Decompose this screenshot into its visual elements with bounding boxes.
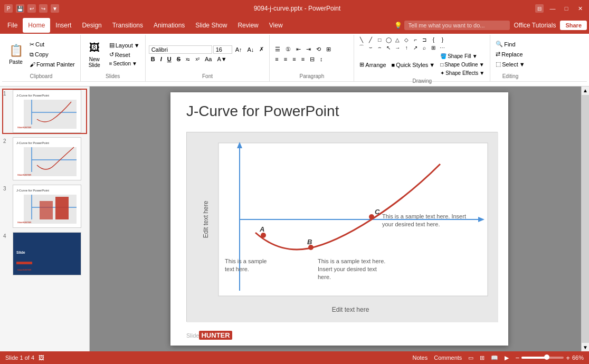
- undo-icon[interactable]: ↩: [27, 4, 36, 13]
- slide-title[interactable]: J-Curve for PowerPoint: [186, 103, 339, 120]
- decrease-font-button[interactable]: A↓: [245, 45, 256, 54]
- minimize-button[interactable]: —: [548, 4, 557, 13]
- save-icon[interactable]: 💾: [16, 4, 24, 13]
- maximize-button[interactable]: □: [562, 4, 571, 13]
- view-normal-icon[interactable]: ▭: [468, 355, 473, 361]
- superscript-button[interactable]: x²: [193, 55, 202, 63]
- shape-cell[interactable]: ⌐: [411, 36, 420, 43]
- vertical-scrollbar[interactable]: ▲ ▼: [581, 87, 589, 351]
- notes-button[interactable]: Notes: [412, 355, 428, 361]
- text-direction-button[interactable]: ⟲: [314, 45, 323, 54]
- scroll-thumb[interactable]: [582, 95, 589, 343]
- subscript-button[interactable]: x₂: [184, 55, 193, 63]
- columns-button[interactable]: ⊟: [308, 55, 317, 64]
- find-button[interactable]: 🔍 Find: [493, 40, 527, 49]
- layout-button[interactable]: ▤ Layout ▼: [107, 41, 142, 50]
- shape-cell[interactable]: ⌕: [420, 44, 429, 51]
- shape-cell[interactable]: ╲: [357, 36, 366, 43]
- numbering-button[interactable]: ①: [283, 45, 293, 54]
- view-reading-icon[interactable]: 📖: [491, 355, 498, 361]
- italic-button[interactable]: I: [158, 55, 164, 63]
- zoom-out-button[interactable]: −: [515, 354, 519, 362]
- select-button[interactable]: ⬚ Select ▼: [493, 60, 527, 69]
- shape-outline-button[interactable]: □ Shape Outline ▼: [438, 61, 487, 69]
- shape-cell[interactable]: ⌒: [357, 44, 366, 51]
- shape-cell[interactable]: {: [429, 36, 438, 43]
- cut-button[interactable]: ✂ Cut: [27, 40, 77, 49]
- underline-button[interactable]: U: [165, 55, 174, 63]
- align-center-button[interactable]: ≡: [282, 55, 289, 63]
- decrease-indent-button[interactable]: ⇤: [294, 45, 303, 54]
- slide-view-icon[interactable]: 🖼: [39, 355, 44, 361]
- menu-animations[interactable]: Animations: [148, 18, 190, 33]
- zoom-thumb[interactable]: [544, 355, 549, 360]
- shape-cell[interactable]: }: [438, 36, 446, 43]
- fontcolor-button[interactable]: A▼: [215, 55, 229, 63]
- scroll-up-button[interactable]: ▲: [582, 87, 589, 94]
- strikethrough-button[interactable]: S: [175, 55, 183, 63]
- font-name-input[interactable]: [149, 45, 212, 54]
- arrange-button[interactable]: ⊞ Arrange: [357, 60, 388, 69]
- menu-review[interactable]: Review: [232, 18, 263, 33]
- textcase-button[interactable]: Aa: [203, 55, 214, 63]
- line-spacing-button[interactable]: ↕: [318, 55, 325, 63]
- shape-cell[interactable]: □: [375, 36, 384, 43]
- office-tutorials-link[interactable]: Office Tutorials: [510, 20, 560, 31]
- align-left-button[interactable]: ≡: [273, 55, 280, 63]
- menu-view[interactable]: View: [264, 18, 288, 33]
- scroll-down-button[interactable]: ▼: [582, 343, 589, 351]
- shape-cell[interactable]: ╱: [366, 36, 375, 43]
- comments-button[interactable]: Comments: [434, 355, 462, 361]
- close-button[interactable]: ✕: [575, 4, 585, 13]
- share-button[interactable]: Share: [560, 21, 587, 30]
- zoom-slider[interactable]: [521, 357, 564, 359]
- shape-cell[interactable]: ↖: [384, 44, 393, 51]
- font-size-input[interactable]: [213, 45, 232, 54]
- shape-cell[interactable]: ⊐: [420, 36, 429, 43]
- justify-button[interactable]: ≡: [299, 55, 307, 63]
- new-slide-button[interactable]: 🖼 NewSlide: [84, 39, 105, 70]
- increase-font-button[interactable]: A↑: [233, 45, 244, 54]
- shape-cell[interactable]: ⊞: [429, 44, 438, 51]
- paste-button[interactable]: 📋 Paste: [5, 42, 26, 66]
- quick-styles-button[interactable]: ■ Quick Styles ▼: [390, 61, 438, 69]
- shape-cell[interactable]: ⋯: [438, 44, 446, 51]
- menu-transitions[interactable]: Transitions: [107, 18, 148, 33]
- align-right-button[interactable]: ≡: [290, 55, 298, 63]
- view-slideshow-icon[interactable]: ▶: [505, 355, 509, 361]
- shape-cell[interactable]: ◯: [384, 36, 393, 43]
- shape-cell[interactable]: ↗: [411, 44, 420, 51]
- slide-thumbnail-2[interactable]: 2 J-Curve for PowerPoint SlideHUNTER: [2, 136, 87, 181]
- slide-thumbnail-3[interactable]: 3 J-Curve for PowerPoint SlideHUNTER: [2, 184, 87, 229]
- shape-cell[interactable]: ↑: [402, 44, 411, 51]
- shape-effects-button[interactable]: ✦ Shape Effects ▼: [438, 69, 487, 77]
- bullets-button[interactable]: ☰: [273, 45, 282, 54]
- shape-cell[interactable]: →: [393, 44, 402, 51]
- shape-cell[interactable]: ⌣: [366, 44, 375, 51]
- menu-slideshow[interactable]: Slide Show: [190, 18, 232, 33]
- slide-thumbnail-4[interactable]: 4 Slide SlideHUNTER: [2, 231, 87, 276]
- bold-button[interactable]: B: [149, 55, 157, 63]
- shape-fill-button[interactable]: 🪣 Shape Fill ▼: [438, 52, 487, 60]
- format-painter-button[interactable]: 🖌 Format Painter: [27, 60, 77, 69]
- help-search-input[interactable]: [404, 21, 510, 30]
- replace-button[interactable]: ⇄ Replace: [493, 50, 527, 59]
- menu-file[interactable]: File: [2, 18, 23, 33]
- view-slide-sorter-icon[interactable]: ⊞: [480, 355, 484, 361]
- increase-indent-button[interactable]: ⇥: [304, 45, 313, 54]
- shape-cell[interactable]: △: [393, 36, 402, 43]
- section-button[interactable]: ≡ Section ▼: [107, 60, 142, 68]
- menu-design[interactable]: Design: [77, 18, 107, 33]
- copy-button[interactable]: ⧉ Copy: [27, 50, 77, 59]
- slide-thumbnail-1[interactable]: 1 J-Curve for PowerPoint SlideHUNTER: [2, 89, 87, 134]
- shape-cell[interactable]: ◇: [402, 36, 411, 43]
- zoom-in-button[interactable]: +: [566, 354, 570, 362]
- clear-format-button[interactable]: ✗: [257, 45, 266, 54]
- shape-cell[interactable]: ⌢: [375, 44, 384, 51]
- ribbon-collapse-icon[interactable]: ⊟: [535, 4, 544, 13]
- convert-to-smartart-button[interactable]: ⊞: [324, 45, 333, 54]
- menu-insert[interactable]: Insert: [50, 18, 77, 33]
- reset-button[interactable]: ↺ Reset: [107, 50, 142, 59]
- menu-home[interactable]: Home: [23, 18, 50, 33]
- customize-icon[interactable]: ▼: [51, 4, 59, 13]
